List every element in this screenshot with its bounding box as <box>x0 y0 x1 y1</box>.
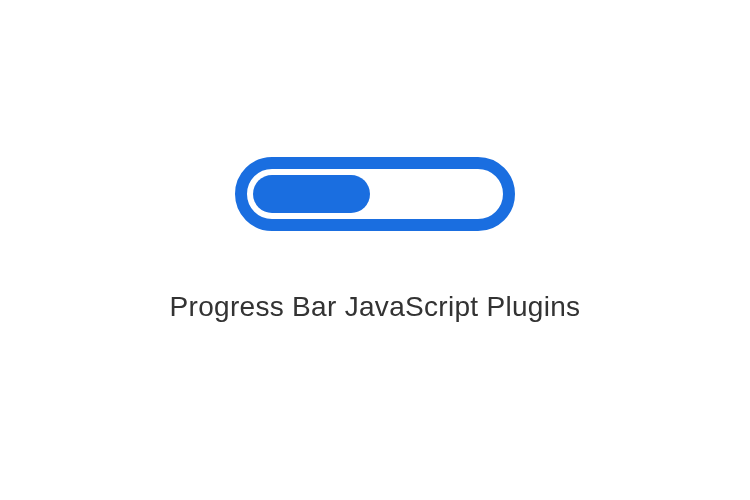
progress-bar-fill <box>253 175 370 213</box>
caption-text: Progress Bar JavaScript Plugins <box>170 291 581 323</box>
progress-bar-icon <box>235 157 515 231</box>
